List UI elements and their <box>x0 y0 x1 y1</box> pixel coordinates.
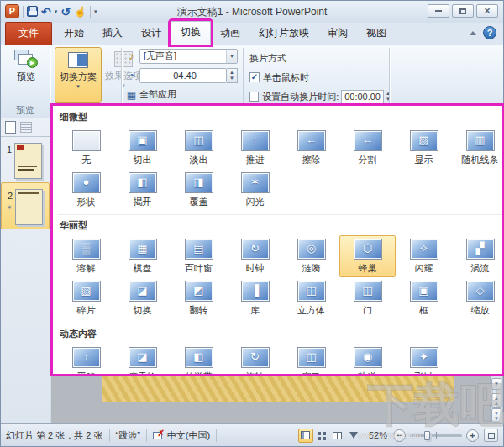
transition-item[interactable]: ⬡蜂巢 <box>339 235 396 277</box>
transition-item[interactable]: ◫立方体 <box>283 277 339 319</box>
transition-item[interactable]: ↻旋转 <box>227 344 283 376</box>
transition-item[interactable]: ◎涟漪 <box>283 235 339 277</box>
spell-check-icon[interactable]: ✗ <box>153 430 164 440</box>
theme-name[interactable]: “跋涉” <box>116 429 140 442</box>
transition-item[interactable]: ◩翻转 <box>171 277 227 319</box>
tab-item[interactable]: 幻灯片放映 <box>249 23 318 45</box>
transition-icon: ▞ <box>466 239 495 260</box>
zoom-slider[interactable] <box>410 434 462 437</box>
slide-thumbnail-row[interactable]: 1 <box>1 137 50 182</box>
transition-item[interactable]: ✦飞过 <box>396 344 452 376</box>
transition-item[interactable]: ▐库 <box>227 277 283 319</box>
transition-item[interactable]: ▧碎片 <box>58 277 114 319</box>
transition-item[interactable]: ▣框 <box>396 277 452 319</box>
transition-item[interactable]: ▦棋盘 <box>114 235 171 277</box>
spin-down-icon[interactable]: ▼ <box>227 76 237 82</box>
apply-to-all-button[interactable]: ▦ 全部应用 <box>125 87 238 103</box>
auto-advance-label: 设置自动换片时间: <box>262 91 339 103</box>
restore-button[interactable] <box>452 4 474 18</box>
transition-item[interactable]: ↔分割 <box>339 127 396 169</box>
transition-item[interactable]: ◪切换 <box>114 277 171 319</box>
transition-label: 涡流 <box>471 262 490 275</box>
checkbox-unchecked-icon[interactable] <box>249 92 259 102</box>
transition-item[interactable]: ▨显示 <box>396 127 452 169</box>
transition-indicator-star-icon[interactable]: ✶ <box>4 203 13 212</box>
tab-item[interactable]: 动画 <box>211 23 249 45</box>
transition-item[interactable]: ◫窗口 <box>283 344 339 376</box>
transition-scheme-button[interactable]: 切换方案 ▾ <box>55 47 102 103</box>
transition-item[interactable]: ◨覆盖 <box>171 169 227 211</box>
transition-item[interactable]: ▤百叶窗 <box>171 235 227 277</box>
transition-item[interactable]: ↑平移 <box>58 344 114 376</box>
language-indicator[interactable]: 中文(中国) <box>167 429 210 442</box>
transition-item[interactable]: ✧闪耀 <box>396 235 452 277</box>
transition-item[interactable]: ↑推进 <box>227 127 283 169</box>
transition-item[interactable]: ◫淡出 <box>171 127 227 169</box>
minimize-icon <box>435 10 442 12</box>
transition-item[interactable]: ▥随机线条 <box>452 127 504 169</box>
spin-down-icon[interactable]: ▼ <box>384 97 392 103</box>
zoom-out-button[interactable]: − <box>393 429 406 442</box>
duration-input[interactable]: 04.40 <box>139 68 227 83</box>
transition-item[interactable]: ↻时钟 <box>227 235 283 277</box>
transition-label: 立方体 <box>297 304 325 317</box>
auto-advance-time-input[interactable]: 00:00.00 <box>341 90 383 104</box>
transition-item[interactable]: ✶闪光 <box>227 169 283 211</box>
tab-item[interactable]: 开始 <box>55 23 93 45</box>
next-slide-button[interactable]: ▼▼ <box>491 408 501 423</box>
zoom-in-button[interactable]: + <box>466 429 479 442</box>
transition-label: 翻转 <box>190 304 208 317</box>
tab-item[interactable]: 视图 <box>357 23 396 45</box>
outline-tab-icon[interactable] <box>20 122 32 133</box>
chevron-down-icon[interactable]: ▾ <box>226 50 237 63</box>
sound-dropdown[interactable]: [无声音] ▾ <box>139 49 238 64</box>
duration-spinner[interactable]: ▲ ▼ <box>227 68 238 83</box>
preview-button[interactable]: ▶ 预览 <box>8 48 45 83</box>
tab-item[interactable]: 设计 <box>132 23 171 45</box>
transition-item[interactable]: ←擦除 <box>283 127 339 169</box>
transition-label: 涟漪 <box>302 262 321 275</box>
transition-item[interactable]: ◫门 <box>339 277 396 319</box>
auto-advance-spinner[interactable]: ▲ ▼ <box>384 90 392 104</box>
transition-item[interactable]: ◧揭开 <box>114 169 171 211</box>
slide-canvas[interactable] <box>102 376 454 402</box>
slide-thumbnail[interactable] <box>15 189 43 225</box>
slide-thumbnail[interactable] <box>14 143 42 179</box>
transition-item[interactable]: ◪摩天轮 <box>114 344 171 376</box>
spin-up-icon[interactable]: ▲ <box>227 70 237 76</box>
minimize-button[interactable] <box>428 4 449 18</box>
previous-slide-button[interactable]: ▲▲ <box>491 393 501 408</box>
transition-item[interactable]: ◉轨道 <box>339 344 396 376</box>
auto-advance-option[interactable]: 设置自动换片时间: 00:00.00 ▲ ▼ <box>249 88 392 105</box>
transition-item[interactable]: ▣切出 <box>114 127 171 169</box>
transition-item[interactable]: ●形状 <box>58 169 114 211</box>
slide-sorter-button[interactable] <box>314 429 329 443</box>
fit-to-window-button[interactable] <box>484 429 498 442</box>
tab-item[interactable]: 插入 <box>93 23 132 45</box>
checkbox-checked-icon[interactable]: ✓ <box>249 72 260 82</box>
close-button[interactable]: × <box>476 4 498 18</box>
normal-view-button[interactable] <box>298 429 313 443</box>
slides-tab-icon[interactable] <box>5 121 16 134</box>
transition-item[interactable]: ◧传送带 <box>171 344 227 376</box>
on-mouse-click-option[interactable]: ✓ 单击鼠标时 <box>249 69 392 86</box>
collapse-ribbon-icon[interactable] <box>470 31 476 35</box>
slideshow-button[interactable] <box>346 429 361 443</box>
transition-item[interactable]: ▒溶解 <box>58 235 114 277</box>
transition-icon: ▧ <box>72 281 101 302</box>
zoom-level[interactable]: 52% <box>369 430 387 440</box>
slide-thumbnail-row[interactable]: 2✶ <box>1 182 50 229</box>
reading-view-button[interactable] <box>330 429 345 443</box>
transition-icon: ↑ <box>241 130 270 151</box>
tab-file[interactable]: 文件 <box>5 22 52 45</box>
help-button[interactable]: ? <box>483 26 496 39</box>
spin-up-icon[interactable]: ▲ <box>384 91 392 97</box>
tab-active[interactable]: 切换 <box>171 21 211 45</box>
transition-item[interactable]: 无 <box>58 127 114 169</box>
transition-icon <box>72 130 101 151</box>
transition-item[interactable]: ▞涡流 <box>452 235 504 277</box>
scroll-down-button[interactable]: ▼ <box>491 378 501 390</box>
transition-item[interactable]: ◇缩放 <box>452 277 504 319</box>
zoom-slider-thumb[interactable] <box>424 431 430 440</box>
tab-item[interactable]: 审阅 <box>318 23 357 45</box>
